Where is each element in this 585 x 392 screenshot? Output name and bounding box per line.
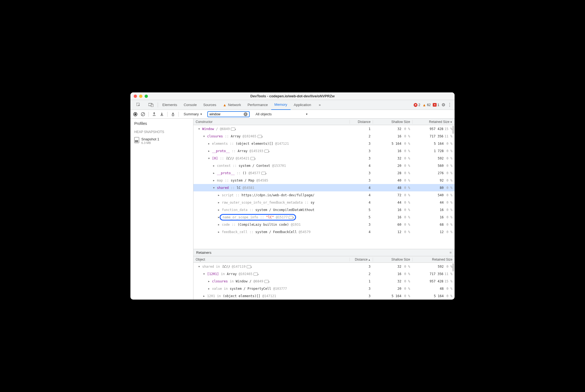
grip-icon[interactable]: ≡	[449, 251, 452, 255]
retainers-header: Object Distance▲ Shallow Size Retained S…	[193, 256, 455, 263]
table-row[interactable]: ▶1201 in (object elements)[] @14712135 1…	[193, 292, 455, 300]
object-link-icon[interactable]	[258, 135, 262, 138]
col-shallow[interactable]: Shallow Size	[373, 120, 412, 124]
tab-console[interactable]: Console	[180, 100, 200, 110]
table-row[interactable]: ▶code :: (CompileLazy builtin code) @193…	[193, 221, 455, 228]
gc-icon[interactable]	[171, 112, 175, 116]
snapshot-size: 6.3 MB	[141, 141, 159, 144]
snapshot-item[interactable]: Snapshot 1 6.3 MB	[130, 135, 193, 146]
memory-toolbar: Summary▼ ✕ All objects▼	[130, 110, 455, 119]
object-link-icon[interactable]	[247, 265, 251, 268]
table-row[interactable]: ▶raw_outer_scope_info_or_feedback_metada…	[193, 199, 455, 206]
kebab-icon[interactable]: ⋮	[447, 102, 452, 107]
object-link-icon[interactable]	[261, 172, 266, 175]
table-row[interactable]: ▶name_or_scope_info :: "lC" @151775160 %…	[193, 213, 455, 221]
tab-elements[interactable]: Elements	[159, 100, 180, 110]
tab-network[interactable]: ▲Network	[220, 100, 244, 110]
window-title: DevTools - codepen.io/web-dot-dev/live/o…	[130, 94, 455, 98]
svg-line-6	[142, 113, 144, 116]
object-link-icon[interactable]	[231, 128, 235, 131]
separator	[167, 112, 168, 117]
object-link-icon[interactable]	[264, 280, 269, 283]
retainers-tree[interactable]: ▼shared in lC() @1471193320 %5920 %▼[120…	[193, 263, 455, 300]
col-shallow-r[interactable]: Shallow Size	[373, 258, 412, 261]
device-icon[interactable]	[145, 100, 157, 110]
scrollbar-thumb[interactable]	[452, 126, 454, 134]
table-row[interactable]: ▶value in system / PropertyCell @1037773…	[193, 285, 455, 292]
table-row[interactable]: ▼[0] :: lC() @1454213320 %5920 %	[193, 155, 455, 162]
panel-tabs: ElementsConsoleSources▲NetworkPerformanc…	[130, 100, 455, 110]
col-retained-r[interactable]: Retained Size	[412, 258, 455, 261]
svg-rect-2	[151, 104, 153, 107]
class-filter-input[interactable]: ✕	[207, 111, 250, 117]
constructors-tree[interactable]: ▼Window / @68491320 %957 42815 %▼closure…	[193, 125, 455, 249]
inspect-icon[interactable]	[133, 100, 144, 110]
upload-icon[interactable]	[152, 112, 156, 116]
warning-count[interactable]: ▲62	[422, 103, 431, 107]
profiles-sidebar: Profiles HEAP SNAPSHOTS Snapshot 1 6.3 M…	[130, 119, 193, 300]
zoom-icon[interactable]	[145, 95, 148, 98]
error-count[interactable]: ✕2	[414, 103, 420, 107]
table-row[interactable]: ▶map :: system / Map @545853400 %920 %	[193, 177, 455, 184]
separator	[158, 102, 158, 107]
tabs-overflow[interactable]: »	[315, 100, 324, 110]
heap-view: Constructor Distance Shallow Size Retain…	[193, 119, 455, 300]
table-row[interactable]: ▶__proto__ :: Array @1451933160 %1 7280 …	[193, 147, 455, 155]
filter-text[interactable]	[210, 112, 243, 116]
col-constructor[interactable]: Constructor	[193, 120, 350, 124]
titlebar: DevTools - codepen.io/web-dot-dev/live/o…	[130, 92, 455, 100]
svg-point-4	[135, 113, 136, 115]
devtools-window: DevTools - codepen.io/web-dot-dev/live/o…	[130, 92, 455, 300]
profiles-heading: Profiles	[130, 119, 193, 128]
object-link-icon[interactable]	[264, 150, 269, 153]
scrollbar-thumb[interactable]	[452, 263, 454, 272]
download-icon[interactable]	[160, 112, 164, 116]
minimize-icon[interactable]	[139, 95, 142, 98]
table-row[interactable]: ▶context :: system / Context @1537014200…	[193, 162, 455, 169]
col-object[interactable]: Object	[193, 258, 350, 261]
heap-snapshots-label: HEAP SNAPSHOTS	[130, 128, 193, 135]
object-link-icon[interactable]	[253, 273, 258, 276]
snapshot-icon	[134, 137, 139, 143]
traffic-lights	[134, 95, 148, 98]
col-distance-r[interactable]: Distance▲	[350, 258, 373, 261]
scope-dropdown[interactable]: All objects▼	[254, 112, 310, 116]
col-distance[interactable]: Distance	[350, 120, 373, 124]
table-row[interactable]: ▶function_data :: system / UncompiledDat…	[193, 206, 455, 213]
close-icon[interactable]	[134, 95, 137, 98]
object-link-icon[interactable]	[250, 157, 255, 160]
clear-filter-icon[interactable]: ✕	[244, 112, 247, 116]
tab-application[interactable]: Application	[291, 100, 315, 110]
separator	[148, 112, 149, 117]
table-row[interactable]: ▶__proto__ :: () @545773280 %2760 %	[193, 169, 455, 177]
retainers-heading: Retainers ≡	[193, 249, 455, 256]
tab-sources[interactable]: Sources	[200, 100, 220, 110]
table-row[interactable]: ▼shared :: lC @545814480 %800 %	[193, 184, 455, 191]
tab-memory[interactable]: Memory	[271, 100, 291, 110]
separator	[178, 112, 179, 117]
gear-icon[interactable]: ⚙	[441, 102, 445, 107]
clear-icon[interactable]	[141, 112, 145, 116]
table-row[interactable]: ▼closures :: Array @1024652160 %717 3561…	[193, 132, 455, 140]
view-dropdown[interactable]: Summary▼	[182, 112, 204, 116]
table-row[interactable]: ▼[1201] in Array @1024652160 %717 35611 …	[193, 270, 455, 278]
table-row[interactable]: ▶closures in Window / @68491320 %957 428…	[193, 278, 455, 285]
tab-performance[interactable]: Performance	[244, 100, 271, 110]
issues-count[interactable]: ✕1	[433, 103, 439, 107]
table-row[interactable]: ▶feedback_cell :: system / FeedbackCell …	[193, 228, 455, 236]
col-retained[interactable]: Retained Size▼	[412, 120, 455, 124]
table-row[interactable]: ▶elements :: (object elements)[] @147121…	[193, 140, 455, 147]
record-icon[interactable]	[133, 112, 138, 116]
svg-rect-7	[172, 114, 174, 116]
object-link-icon[interactable]	[289, 216, 293, 219]
constructors-header: Constructor Distance Shallow Size Retain…	[193, 119, 455, 125]
snapshot-name: Snapshot 1	[141, 137, 159, 141]
table-row[interactable]: ▶script :: https://cdpn.io/web-dot-dev/f…	[193, 191, 455, 199]
table-row[interactable]: ▼shared in lC() @1471193320 %5920 %	[193, 263, 455, 270]
table-row[interactable]: ▼Window / @68491320 %957 42815 %	[193, 125, 455, 132]
